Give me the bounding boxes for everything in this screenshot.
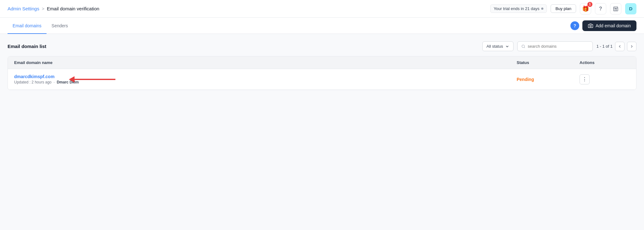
trial-text: Your trial ends in 21 days: [494, 6, 540, 11]
pagination-text: 1 - 1 of 1: [597, 44, 613, 49]
help-circle-button[interactable]: ?: [570, 21, 579, 30]
list-toolbar: Email domain list All status 1 - 1 of 1: [8, 41, 636, 51]
domain-cell: dmarcdkimspf.com Updated : 2 hours ago ·…: [14, 74, 517, 84]
pagination: 1 - 1 of 1: [597, 42, 636, 51]
status-filter-label: All status: [486, 44, 503, 49]
col-header-status: Status: [517, 60, 580, 65]
status-badge: Pending: [517, 77, 534, 82]
page-title: Email domain verification: [47, 6, 99, 11]
store-icon-button[interactable]: [610, 3, 621, 14]
tab-bar: Email domains Senders ? Add email domain: [0, 18, 644, 34]
ellipsis-icon: ⋮: [582, 76, 587, 82]
tab-senders[interactable]: Senders: [47, 18, 73, 34]
tab-bar-right: ? Add email domain: [570, 20, 636, 31]
svg-point-0: [590, 25, 591, 27]
admin-settings-link[interactable]: Admin Settings: [8, 6, 39, 11]
prev-page-button[interactable]: [615, 42, 625, 51]
status-filter-dropdown[interactable]: All status: [482, 41, 514, 51]
col-header-name: Email domain name: [14, 60, 517, 65]
trial-dot: [541, 8, 543, 10]
help-circle-icon: ?: [574, 23, 576, 28]
question-icon: ?: [599, 6, 602, 12]
list-title: Email domain list: [8, 44, 479, 49]
svg-point-1: [522, 45, 524, 47]
trial-badge: Your trial ends in 21 days: [490, 4, 547, 13]
avatar[interactable]: D: [625, 3, 636, 14]
svg-line-2: [524, 47, 525, 48]
next-page-button[interactable]: [627, 42, 636, 51]
topbar-right: Your trial ends in 21 days Buy plan 🎁 1 …: [490, 3, 636, 14]
camera-icon: [588, 23, 593, 28]
help-icon-button[interactable]: ?: [595, 3, 606, 14]
topbar: Admin Settings > Email domain verificati…: [0, 0, 644, 18]
domain-link[interactable]: dmarcdkimspf.com: [14, 74, 517, 79]
search-icon: [521, 44, 525, 49]
status-cell: Pending: [517, 77, 580, 82]
notification-badge: 1: [587, 2, 592, 7]
chevron-right-icon: [630, 44, 634, 49]
main-content: Email domain list All status 1 - 1 of 1 …: [0, 34, 644, 230]
domain-table: Email domain name Status Actions dmarcdk…: [8, 56, 636, 90]
buy-plan-button[interactable]: Buy plan: [551, 4, 576, 13]
search-input[interactable]: [528, 44, 588, 49]
breadcrumb: Admin Settings > Email domain verificati…: [8, 6, 490, 11]
chevron-down-icon: [505, 44, 509, 49]
store-icon: [613, 6, 619, 12]
gift-icon-button[interactable]: 🎁 1: [580, 3, 591, 14]
search-box: [517, 41, 593, 51]
breadcrumb-separator: >: [42, 6, 44, 11]
domain-meta: Updated : 2 hours ago · Dmarc Dkim: [14, 80, 517, 84]
table-row: dmarcdkimspf.com Updated : 2 hours ago ·…: [8, 69, 636, 90]
actions-menu-button[interactable]: ⋮: [580, 74, 590, 84]
col-header-actions: Actions: [580, 60, 630, 65]
add-email-domain-button[interactable]: Add email domain: [582, 20, 636, 31]
table-header: Email domain name Status Actions: [8, 56, 636, 69]
tab-email-domains[interactable]: Email domains: [8, 18, 47, 34]
tabs: Email domains Senders: [8, 18, 570, 34]
chevron-left-icon: [618, 44, 622, 49]
actions-cell: ⋮: [580, 74, 630, 84]
